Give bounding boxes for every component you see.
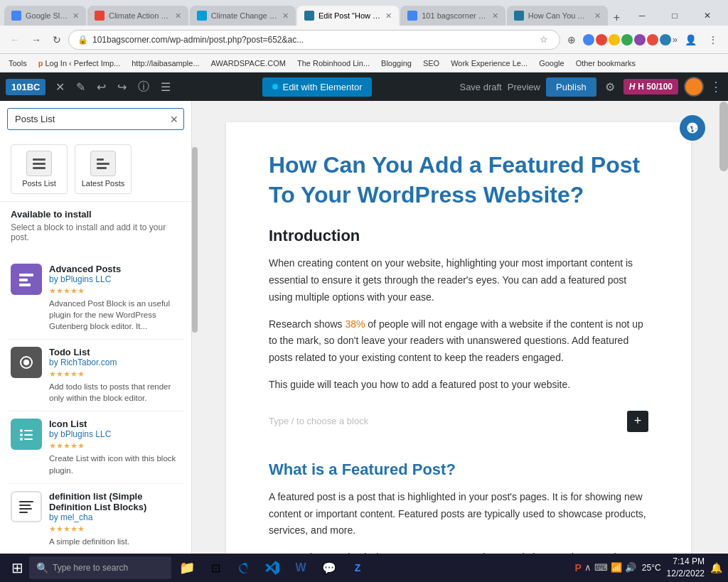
taskbar-app-vscode[interactable] bbox=[259, 555, 285, 581]
taskbar-app-whatsapp[interactable]: 💬 bbox=[316, 555, 342, 581]
plugin-stars: ★★★★★ bbox=[49, 524, 181, 534]
taskbar-system-icons: P ∧ ⌨ 📶 🔊 bbox=[574, 562, 636, 573]
wordpress-icon-floating[interactable] bbox=[680, 115, 705, 141]
wp-right-actions: Save draft Preview Publish ⚙ H H 50/100 … bbox=[459, 77, 722, 97]
maximize-button[interactable]: □ bbox=[658, 6, 691, 26]
extensions-button[interactable]: ⊕ bbox=[563, 31, 580, 48]
save-draft-button[interactable]: Save draft bbox=[459, 82, 501, 92]
minimize-button[interactable]: ─ bbox=[626, 6, 658, 26]
tab-label: Climate Action - G... bbox=[109, 11, 171, 20]
bookmark-seo[interactable]: SEO bbox=[420, 58, 442, 69]
tab-101bags[interactable]: 101 bagscorner - G... ✕ bbox=[400, 6, 505, 26]
close-editor-button[interactable]: ✕ bbox=[51, 77, 69, 97]
tab-how-can[interactable]: How Can You Add... ✕ bbox=[507, 6, 608, 26]
bookmark-tools[interactable]: Tools bbox=[6, 58, 30, 69]
user-avatar[interactable] bbox=[684, 77, 704, 97]
tab-bar: Google Slides ✕ Climate Action - G... ✕ … bbox=[0, 0, 728, 26]
taskbar-search-input[interactable] bbox=[53, 563, 159, 573]
new-tab-button[interactable]: + bbox=[609, 10, 624, 26]
taskbar-app-task-view[interactable]: ⊡ bbox=[203, 555, 228, 581]
bookmark-google[interactable]: Google bbox=[536, 58, 567, 69]
taskbar-volume-icon[interactable]: 🔊 bbox=[625, 562, 636, 573]
taskbar-wifi-icon[interactable]: 📶 bbox=[611, 562, 622, 573]
tab-close-btn[interactable]: ✕ bbox=[175, 11, 181, 21]
notification-icon[interactable]: 🔔 bbox=[710, 562, 722, 573]
tab-close-btn[interactable]: ✕ bbox=[492, 11, 498, 21]
tab-climate-change[interactable]: Climate Change - U... ✕ bbox=[190, 6, 296, 26]
tab-label: Google Slides bbox=[26, 11, 68, 20]
plugin-stars: ★★★★★ bbox=[49, 286, 181, 296]
intro-p2-before: Research shows bbox=[269, 318, 345, 330]
tab-close-btn[interactable]: ✕ bbox=[385, 11, 392, 21]
content-scrollbar-thumb bbox=[719, 102, 728, 171]
edit-with-elementor-button[interactable]: Edit with Elementor bbox=[262, 77, 372, 97]
content-scrollbar[interactable] bbox=[719, 101, 728, 565]
taskbar-weather: 25°C bbox=[642, 563, 661, 573]
bookmark-robinhood[interactable]: The Robinhood Lin... bbox=[294, 58, 373, 69]
bookmarks-bar: Tools p Log In ‹ Perfect Imp... http://l… bbox=[0, 54, 728, 72]
bookmark-label: Work Experience Le... bbox=[451, 59, 528, 68]
tab-edit-post[interactable]: Edit Post "How Ca... ✕ bbox=[297, 6, 399, 26]
tab-climate-action[interactable]: Climate Action - G... ✕ bbox=[87, 6, 188, 26]
preview-button[interactable]: Preview bbox=[508, 82, 540, 92]
tools-button[interactable]: ✎ bbox=[72, 77, 90, 97]
latest-posts-block[interactable]: Latest Posts bbox=[75, 144, 132, 194]
bookmark-blogging[interactable]: Blogging bbox=[378, 58, 414, 69]
svg-rect-8 bbox=[19, 284, 31, 286]
tab-close-btn[interactable]: ✕ bbox=[594, 11, 601, 21]
close-button[interactable]: ✕ bbox=[691, 6, 724, 26]
settings-gear-button[interactable]: ⚙ bbox=[602, 77, 618, 97]
menu-button[interactable]: ⋮ bbox=[704, 31, 722, 48]
list-view-button[interactable]: ☰ bbox=[156, 77, 175, 97]
tab-close-btn[interactable]: ✕ bbox=[282, 11, 289, 21]
article-title: How Can You Add a Featured Post To Your … bbox=[269, 151, 648, 210]
redo-button[interactable]: ↪ bbox=[113, 77, 131, 97]
more-extensions[interactable]: » bbox=[673, 34, 678, 45]
more-options-button[interactable]: ⋮ bbox=[710, 79, 722, 95]
sidebar-scrollbar[interactable] bbox=[192, 101, 198, 565]
back-button[interactable]: ← bbox=[6, 31, 24, 48]
tab-close-btn[interactable]: ✕ bbox=[73, 11, 79, 21]
bookmark-other[interactable]: Other bookmarks bbox=[573, 58, 638, 69]
intro-paragraph-2: Research shows 38% of people will not en… bbox=[269, 316, 648, 367]
tab-label: Climate Change - U... bbox=[211, 11, 278, 20]
forward-button[interactable]: → bbox=[27, 31, 46, 48]
taskbar-powerpoint-icon[interactable]: P bbox=[574, 562, 581, 573]
undo-button[interactable]: ↩ bbox=[92, 77, 110, 97]
bookmark-work-exp[interactable]: Work Experience Le... bbox=[448, 58, 530, 69]
bookmark-login[interactable]: p Log In ‹ Perfect Imp... bbox=[36, 58, 124, 69]
star-icon[interactable]: ☆ bbox=[537, 33, 551, 46]
add-block-plus-button[interactable]: + bbox=[627, 411, 648, 432]
taskbar-app-zoom[interactable]: Z bbox=[345, 555, 370, 581]
taskbar-search[interactable]: 🔍 bbox=[29, 556, 171, 579]
content-area[interactable]: How Can You Add a Featured Post To Your … bbox=[198, 101, 719, 565]
plugin-thumb-advanced-posts bbox=[11, 264, 42, 295]
bookmark-laiba[interactable]: http://laibasample... bbox=[129, 58, 202, 69]
svg-rect-3 bbox=[97, 158, 104, 161]
taskbar-up-arrow[interactable]: ∧ bbox=[584, 562, 592, 573]
block-search-input[interactable] bbox=[7, 108, 184, 130]
taskbar-keyboard-icon[interactable]: ⌨ bbox=[594, 562, 608, 573]
taskbar-app-file-explorer[interactable]: 📁 bbox=[174, 555, 200, 581]
plugin-name: Todo List bbox=[49, 347, 181, 357]
lock-icon: 🔒 bbox=[77, 35, 88, 45]
address-bar[interactable]: 🔒 101bagscorner.com/wp-admin/post.php?po… bbox=[68, 30, 560, 50]
tab-favicon bbox=[514, 11, 524, 21]
info-button[interactable]: ⓘ bbox=[134, 77, 154, 97]
posts-list-block[interactable]: Posts List bbox=[11, 144, 68, 194]
latest-posts-label: Latest Posts bbox=[82, 179, 125, 188]
wp-logo[interactable]: 101BC bbox=[6, 79, 46, 95]
svg-rect-16 bbox=[24, 438, 33, 440]
publish-button[interactable]: Publish bbox=[546, 77, 596, 97]
reload-button[interactable]: ↻ bbox=[48, 31, 65, 48]
taskbar-app-word[interactable]: W bbox=[288, 555, 314, 581]
bookmark-awardspace[interactable]: AWARDSPACE.COM bbox=[208, 58, 289, 69]
tab-google-slides[interactable]: Google Slides ✕ bbox=[4, 6, 86, 26]
start-button[interactable]: ⊞ bbox=[6, 556, 29, 579]
plugin-desc: Create List with icon with this block pl… bbox=[49, 453, 181, 475]
profile-button[interactable]: 👤 bbox=[680, 31, 701, 48]
taskbar-app-edge[interactable] bbox=[231, 555, 257, 581]
search-clear-button[interactable]: ✕ bbox=[170, 114, 178, 125]
search-icon: 🔍 bbox=[36, 562, 48, 573]
yoast-score-badge[interactable]: H H 50/100 bbox=[623, 79, 678, 95]
